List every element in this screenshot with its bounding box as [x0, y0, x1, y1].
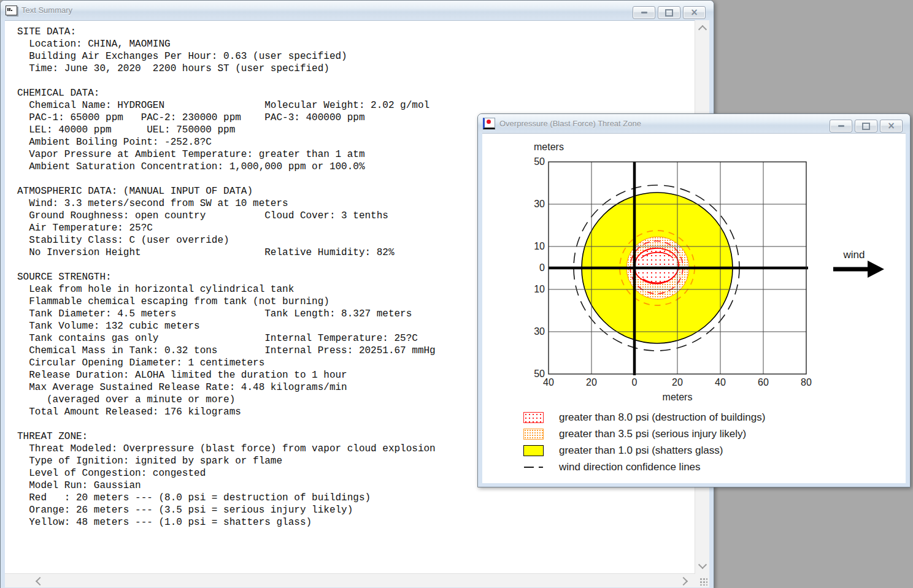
minimize-button[interactable] [830, 120, 852, 132]
y-axis-unit-label: meters [534, 142, 564, 153]
y-tick-label: 0 [518, 262, 545, 273]
scrollbar-corner [695, 574, 709, 587]
legend-item-red: greater than 8.0 psi (destruction of bui… [523, 411, 765, 423]
threat-zone-title: Overpressure (Blast Force) Threat Zone [499, 119, 641, 128]
x-tick-label: 40 [708, 377, 733, 388]
scroll-left-icon[interactable] [36, 577, 44, 586]
legend-item-yellow: greater than 1.0 psi (shatters glass) [523, 445, 765, 456]
chart-legend: greater than 8.0 psi (destruction of bui… [523, 411, 765, 478]
x-tick-label: 0 [622, 377, 647, 388]
close-button[interactable]: × [880, 120, 903, 132]
minimize-button[interactable] [633, 6, 655, 19]
x-tick-label: 20 [665, 377, 690, 388]
wind-label: wind [830, 249, 879, 261]
scroll-down-icon[interactable] [698, 560, 707, 569]
close-icon: × [887, 121, 895, 131]
text-summary-text: SITE DATA: Location: CHINA, MAOMING Buil… [17, 26, 436, 529]
y-tick-label: 50 [518, 156, 545, 167]
x-axis-unit-label: meters [549, 392, 806, 403]
close-button[interactable]: × [683, 6, 706, 19]
threat-zone-window-icon [483, 118, 495, 129]
y-tick-label: 30 [518, 326, 545, 337]
wind-arrow-icon [833, 261, 884, 278]
x-tick-label: 40 [536, 377, 561, 388]
orange-zone-swatch [523, 429, 544, 440]
horizontal-scrollbar[interactable] [5, 573, 695, 587]
legend-label: wind direction confidence lines [559, 461, 701, 473]
text-summary-title: Text Summary [21, 6, 72, 15]
y-tick-label: 10 [518, 284, 545, 295]
scroll-right-icon[interactable] [679, 577, 688, 586]
scroll-up-icon[interactable] [698, 25, 707, 34]
x-tick-label: 20 [579, 377, 604, 388]
legend-label: greater than 3.5 psi (serious injury lik… [559, 428, 746, 440]
legend-item-orange: greater than 3.5 psi (serious injury lik… [523, 428, 765, 440]
threat-zone-plot-area: meters meters 50 30 10 0 10 30 50 40 20 … [482, 133, 906, 483]
threat-zone-window: Overpressure (Blast Force) Threat Zone × [477, 113, 911, 487]
x-tick-label: 80 [794, 377, 819, 388]
maximize-icon [665, 9, 673, 17]
resize-grip[interactable] [699, 578, 707, 586]
text-summary-window-icon [6, 6, 17, 15]
threat-zone-titlebar[interactable]: Overpressure (Blast Force) Threat Zone × [478, 114, 910, 133]
x-tick-label: 60 [751, 377, 776, 388]
maximize-button[interactable] [658, 6, 680, 19]
minimize-icon [641, 12, 647, 13]
y-tick-label: 10 [518, 241, 545, 252]
legend-label: greater than 1.0 psi (shatters glass) [559, 445, 723, 457]
y-tick-label: 30 [518, 199, 545, 210]
legend-item-wind-confidence: wind direction confidence lines [523, 461, 765, 473]
red-zone-swatch [523, 412, 544, 423]
legend-label: greater than 8.0 psi (destruction of bui… [559, 411, 765, 424]
dashed-line-swatch [523, 461, 548, 473]
yellow-zone-swatch [523, 445, 544, 456]
close-icon: × [690, 8, 698, 17]
maximize-icon [862, 123, 870, 130]
text-summary-titlebar[interactable]: Text Summary × [1, 1, 714, 20]
maximize-button[interactable] [855, 120, 877, 132]
minimize-icon [838, 125, 844, 127]
desktop-background: Text Summary × SITE DATA: Location: CHIN… [0, 0, 913, 588]
